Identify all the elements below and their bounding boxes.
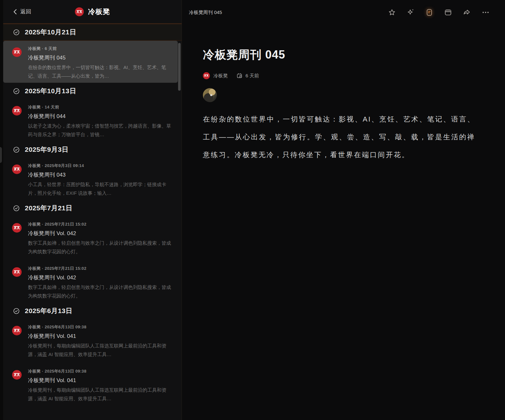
check-circle-icon[interactable]	[13, 146, 20, 153]
article-meta: 冷板凳 6 天前	[203, 72, 475, 79]
bench-logo-icon	[13, 327, 20, 334]
entry-meta: 冷板凳 · 2025年6月13日 09:38	[28, 368, 171, 374]
entry-list: 2025年10月21日 冷板凳 · 6 天前 冷板凳周刊 045 在纷杂的数位世…	[3, 24, 182, 405]
entry-avatar	[12, 370, 22, 380]
entry-list-panel: 返回 冷板凳 2025年10月21日 冷板凳 · 6 天前	[3, 0, 182, 420]
more-button[interactable]	[480, 7, 491, 18]
entry-preview: 以老子之道为心，柔水映宇宙；借智慧与技艺，跨越语言、影像、草药与音乐之界；万物皆…	[28, 122, 171, 139]
entry-title: 冷板凳周刊 043	[28, 171, 171, 178]
date-header: 2025年10月13日	[3, 83, 182, 99]
entry-preview: 小工具，轻世界：压图护隐私，导航不迷路，浏览即学；链接成卡片，照片化手绘，EXI…	[28, 180, 171, 197]
entry-avatar	[12, 106, 22, 116]
entry-preview: 在纷杂的数位世界中，一切皆可触达：影视、AI、烹饪、艺术、笔记、语言、工具——从…	[28, 63, 171, 80]
check-circle-icon[interactable]	[13, 29, 20, 36]
entry-title: 冷板凳周刊 Vol. 042	[28, 230, 171, 237]
group-date: 2025年10月13日	[25, 87, 76, 95]
entry-preview: 数字工具如禅，轻启创意与效率之门，从设计调色到隐私搜索，皆成为构筑数字花园的心灯…	[28, 239, 171, 256]
entry-title: 冷板凳周刊 044	[28, 113, 171, 120]
date-header: 2025年9月3日	[3, 141, 182, 158]
entry-title: 冷板凳周刊 Vol. 041	[28, 377, 171, 384]
entry-avatar	[12, 164, 22, 174]
author-avatar[interactable]	[203, 88, 217, 102]
group-date: 2025年7月21日	[25, 204, 73, 213]
date-header: 2025年7月21日	[3, 200, 182, 216]
back-button[interactable]: 返回	[13, 8, 31, 15]
entry-item[interactable]: 冷板凳 · 2025年7月21日 15:02 冷板凳周刊 Vol. 042 数字…	[3, 261, 178, 303]
bench-logo-icon	[204, 73, 209, 78]
article-title: 冷板凳周刊 045	[203, 47, 475, 63]
readability-button[interactable]	[424, 7, 435, 18]
window-gutter	[0, 0, 3, 420]
entry-preview: 冷板凳周刊，每期由编辑团队人工筛选互联网上最前沿的工具和资源，涵盖 AI 智能应…	[28, 386, 171, 403]
article: 冷板凳周刊 045 冷板凳 6 天前 在纷杂的数位世界中，一切皆可触达：影视、A…	[182, 25, 475, 164]
entry-title: 冷板凳周刊 Vol. 042	[28, 274, 171, 281]
entry-avatar	[12, 326, 22, 335]
reader-toolbar: 冷板凳周刊 045	[182, 0, 505, 25]
entry-meta: 冷板凳 · 14 天前	[28, 104, 171, 110]
ai-summary-button[interactable]	[405, 7, 416, 18]
entry-item[interactable]: 冷板凳 · 2025年6月13日 09:38 冷板凳周刊 Vol. 041 冷板…	[3, 363, 178, 405]
bench-logo-icon	[13, 48, 20, 56]
entry-preview: 数字工具如禅，轻启创意与效率之门，从设计调色到隐私搜索，皆成为构筑数字花园的心灯…	[28, 283, 171, 300]
share-icon	[463, 8, 471, 17]
bench-logo-icon	[76, 8, 83, 15]
bench-logo-icon	[13, 224, 20, 231]
entry-item[interactable]: 冷板凳 · 2025年6月13日 09:38 冷板凳周刊 Vol. 041 冷板…	[3, 319, 178, 361]
article-feed-avatar	[203, 72, 210, 79]
back-label: 返回	[20, 8, 31, 15]
article-time: 6 天前	[246, 73, 259, 79]
group-date: 2025年6月13日	[25, 306, 73, 315]
browser-icon	[444, 8, 452, 17]
group-date: 2025年9月3日	[25, 145, 69, 154]
entry-item[interactable]: 冷板凳 · 2025年7月21日 15:02 冷板凳周刊 Vol. 042 数字…	[3, 216, 178, 258]
bench-logo-icon	[13, 107, 20, 114]
sidebar-scrollbar[interactable]	[178, 43, 181, 91]
entry-title: 冷板凳周刊 045	[28, 54, 171, 61]
group-date: 2025年10月21日	[25, 28, 76, 37]
chevron-left-icon	[13, 9, 17, 15]
entry-meta: 冷板凳 · 6 天前	[28, 46, 171, 52]
sidebar-header: 返回 冷板凳	[3, 0, 182, 24]
entry-avatar	[12, 223, 22, 233]
bench-logo-icon	[13, 371, 20, 378]
entry-avatar	[12, 267, 22, 277]
calendar-clock-icon	[236, 73, 243, 79]
more-icon	[481, 8, 490, 17]
article-feed-name[interactable]: 冷板凳	[213, 73, 228, 79]
feed-header: 冷板凳	[75, 7, 110, 17]
entry-preview: 冷板凳周刊，每期由编辑团队人工筛选互联网上最前沿的工具和资源，涵盖 AI 智能应…	[28, 341, 171, 359]
entry-meta: 冷板凳 · 2025年6月13日 09:38	[28, 324, 171, 330]
star-icon	[388, 9, 396, 17]
entry-meta: 冷板凳 · 2025年9月3日 09:14	[28, 163, 171, 169]
reader-tab-title: 冷板凳周刊 045	[189, 10, 378, 16]
date-header: 2025年10月21日	[3, 24, 182, 41]
source-view-button[interactable]	[443, 7, 453, 18]
bench-logo-icon	[13, 268, 20, 276]
entry-meta: 冷板凳 · 2025年7月21日 15:02	[28, 266, 171, 271]
sparkle-icon	[406, 8, 415, 17]
entry-meta: 冷板凳 · 2025年7月21日 15:02	[28, 221, 171, 227]
check-circle-icon[interactable]	[13, 307, 20, 315]
entry-avatar	[12, 47, 22, 57]
check-circle-icon[interactable]	[13, 88, 20, 95]
star-button[interactable]	[386, 7, 397, 18]
entry-title: 冷板凳周刊 Vol. 041	[28, 332, 171, 340]
panel-resize-handle[interactable]	[0, 147, 2, 163]
check-circle-icon[interactable]	[13, 205, 20, 212]
reader-panel: 冷板凳周刊 045	[182, 0, 505, 420]
feed-avatar	[75, 7, 84, 16]
feed-title: 冷板凳	[88, 7, 110, 17]
bench-logo-icon	[13, 165, 20, 173]
entry-item[interactable]: 冷板凳 · 2025年9月3日 09:14 冷板凳周刊 043 小工具，轻世界：…	[3, 158, 178, 200]
entry-item[interactable]: 冷板凳 · 6 天前 冷板凳周刊 045 在纷杂的数位世界中，一切皆可触达：影视…	[3, 41, 178, 83]
date-header: 2025年6月13日	[3, 303, 182, 319]
article-body: 在纷杂的数位世界中，一切皆可触达：影视、AI、烹饪、艺术、笔记、语言、工具——从…	[203, 110, 475, 164]
share-button[interactable]	[461, 7, 472, 18]
readability-icon	[425, 8, 433, 17]
entry-item[interactable]: 冷板凳 · 14 天前 冷板凳周刊 044 以老子之道为心，柔水映宇宙；借智慧与…	[3, 99, 178, 141]
